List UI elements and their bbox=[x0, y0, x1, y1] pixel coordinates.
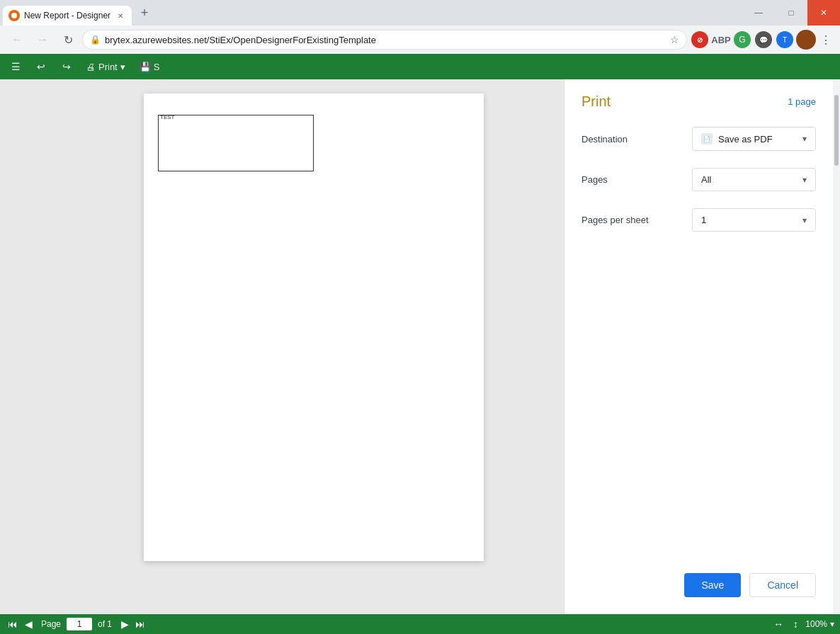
extension-btn-5[interactable]: T bbox=[775, 30, 795, 50]
content-wrapper: TEST Print 1 page Destination bbox=[64, 79, 840, 614]
profile-avatar bbox=[796, 30, 816, 50]
tab-favicon bbox=[8, 10, 20, 21]
destination-value-wrapper: 📄 Save as PDF bbox=[701, 133, 773, 145]
address-bar[interactable]: 🔒 brytex.azurewebsites.net/StiEx/OpenDes… bbox=[82, 30, 687, 50]
bookmark-icon[interactable]: ☆ bbox=[670, 34, 679, 45]
adblock-icon: ⊘ bbox=[691, 31, 708, 48]
print-icon: 🖨 bbox=[86, 62, 96, 72]
zoom-height-button[interactable]: ↕ bbox=[788, 617, 802, 631]
test-label: TEST bbox=[160, 114, 174, 120]
nav-bar: ← → ↻ 🔒 brytex.azurewebsites.net/StiEx/O… bbox=[0, 26, 840, 54]
pages-value: All bbox=[701, 174, 711, 185]
page-area: TEST Print 1 page Destination bbox=[0, 79, 840, 614]
print-header: Print 1 page bbox=[581, 94, 816, 110]
first-page-button[interactable]: ⏮ bbox=[6, 617, 20, 631]
nav-extras: ⊘ ABP G 💬 T ⋮ bbox=[690, 30, 834, 50]
extension-btn-3[interactable]: G bbox=[732, 30, 752, 50]
page-preview: TEST bbox=[144, 94, 484, 561]
pages-dropdown-icon: ▾ bbox=[802, 175, 807, 185]
page-input[interactable] bbox=[67, 618, 92, 630]
tab-title: New Report - Designer bbox=[24, 11, 110, 21]
pdf-icon: 📄 bbox=[701, 133, 713, 145]
prev-page-button[interactable]: ◀ bbox=[21, 617, 35, 631]
page-nav-arrows-right: ▶ ⏭ bbox=[118, 617, 147, 631]
scrollbar-thumb[interactable] bbox=[834, 95, 839, 166]
extension-btn-2[interactable]: ABP bbox=[711, 30, 731, 50]
pages-select: All ▾ bbox=[692, 168, 816, 191]
tab-bar: New Report - Designer ✕ + bbox=[0, 0, 742, 26]
last-page-button[interactable]: ⏭ bbox=[133, 617, 147, 631]
test-box: TEST bbox=[158, 115, 314, 171]
undo-button[interactable]: ↩ bbox=[31, 57, 51, 77]
new-file-button[interactable]: ☰ bbox=[6, 57, 25, 77]
bottom-bar: ⏮ ◀ Page of 1 ▶ ⏭ ↔ ↕ 100% ▾ bbox=[0, 614, 840, 634]
main-content: ☰ ↩ ↪ 🖨 Print ▾ 💾 S bbox=[0, 54, 840, 634]
url-text: brytex.azurewebsites.net/StiEx/OpenDesig… bbox=[105, 35, 666, 45]
print-title: Print bbox=[581, 94, 611, 110]
profile-avatar-btn[interactable] bbox=[796, 30, 816, 50]
print-preview: TEST bbox=[64, 79, 564, 614]
app-toolbar: ☰ ↩ ↪ 🖨 Print ▾ 💾 S bbox=[0, 54, 840, 79]
pages-label: Pages bbox=[581, 174, 681, 185]
print-pages-count: 1 page bbox=[788, 96, 816, 107]
scrollbar[interactable] bbox=[833, 79, 840, 614]
maximize-button[interactable]: □ bbox=[775, 0, 807, 26]
lock-icon: 🔒 bbox=[90, 35, 101, 45]
zoom-fit-button[interactable]: ↔ bbox=[771, 617, 785, 631]
cancel-print-button[interactable]: Cancel bbox=[749, 573, 816, 597]
page-label: Page bbox=[41, 619, 61, 629]
zoom-level: 100% bbox=[805, 619, 827, 629]
new-tab-button[interactable]: + bbox=[135, 3, 154, 23]
pages-option: Pages All ▾ bbox=[581, 168, 816, 191]
translate-icon: T bbox=[776, 31, 793, 48]
destination-option: Destination 📄 Save as PDF ▾ bbox=[581, 127, 816, 151]
chat-icon: 💬 bbox=[755, 31, 772, 48]
google-icon: G bbox=[734, 31, 751, 48]
save-button[interactable]: 💾 S bbox=[135, 60, 164, 74]
pages-per-sheet-label: Pages per sheet bbox=[581, 215, 681, 225]
destination-value: Save as PDF bbox=[718, 134, 773, 145]
forward-button[interactable]: → bbox=[31, 28, 54, 51]
refresh-button[interactable]: ↻ bbox=[57, 28, 79, 51]
pages-per-sheet-select-box[interactable]: 1 ▾ bbox=[692, 208, 816, 232]
zoom-dropdown-arrow: ▾ bbox=[830, 619, 834, 629]
pages-select-box[interactable]: All ▾ bbox=[692, 168, 816, 191]
menu-button[interactable]: ⋮ bbox=[817, 33, 834, 47]
active-tab[interactable]: New Report - Designer ✕ bbox=[3, 6, 132, 26]
save-pdf-button[interactable]: Save bbox=[684, 573, 741, 597]
extension-btn-1[interactable]: ⊘ bbox=[690, 30, 710, 50]
destination-label: Destination bbox=[581, 134, 681, 145]
redo-button[interactable]: ↪ bbox=[57, 57, 76, 77]
page-nav-arrows: ⏮ ◀ bbox=[6, 617, 35, 631]
close-button[interactable]: ✕ bbox=[807, 0, 840, 26]
print-button[interactable]: 🖨 Print ▾ bbox=[82, 60, 130, 74]
zoom-controls: ↔ ↕ 100% ▾ bbox=[771, 617, 834, 631]
save-icon: 💾 bbox=[140, 62, 151, 72]
pages-per-sheet-value: 1 bbox=[701, 215, 706, 225]
print-dropdown-arrow: ▾ bbox=[120, 62, 125, 72]
print-actions: Save Cancel bbox=[684, 573, 816, 597]
extension-btn-4[interactable]: 💬 bbox=[754, 30, 773, 50]
destination-dropdown-icon: ▾ bbox=[802, 134, 807, 144]
next-page-button[interactable]: ▶ bbox=[118, 617, 132, 631]
destination-select-box[interactable]: 📄 Save as PDF ▾ bbox=[692, 127, 816, 151]
pages-per-sheet-dropdown-icon: ▾ bbox=[802, 215, 807, 225]
left-sidebar bbox=[0, 79, 64, 614]
minimize-button[interactable]: — bbox=[742, 0, 775, 26]
tab-close-button[interactable]: ✕ bbox=[115, 10, 126, 21]
pages-per-sheet-select: 1 ▾ bbox=[692, 208, 816, 232]
window-controls: — □ ✕ bbox=[742, 0, 840, 26]
browser-frame: New Report - Designer ✕ + — □ ✕ ← → ↻ 🔒 … bbox=[0, 0, 840, 634]
pages-per-sheet-option: Pages per sheet 1 ▾ bbox=[581, 208, 816, 232]
title-bar: New Report - Designer ✕ + — □ ✕ bbox=[0, 0, 840, 26]
abp-icon: ABP bbox=[711, 35, 730, 45]
page-preview-inner: TEST bbox=[158, 108, 470, 547]
back-button[interactable]: ← bbox=[6, 28, 28, 51]
page-of-text: of 1 bbox=[98, 619, 112, 629]
print-settings-panel: Print 1 page Destination 📄 Save as PDF bbox=[564, 79, 833, 614]
destination-select: 📄 Save as PDF ▾ bbox=[692, 127, 816, 151]
